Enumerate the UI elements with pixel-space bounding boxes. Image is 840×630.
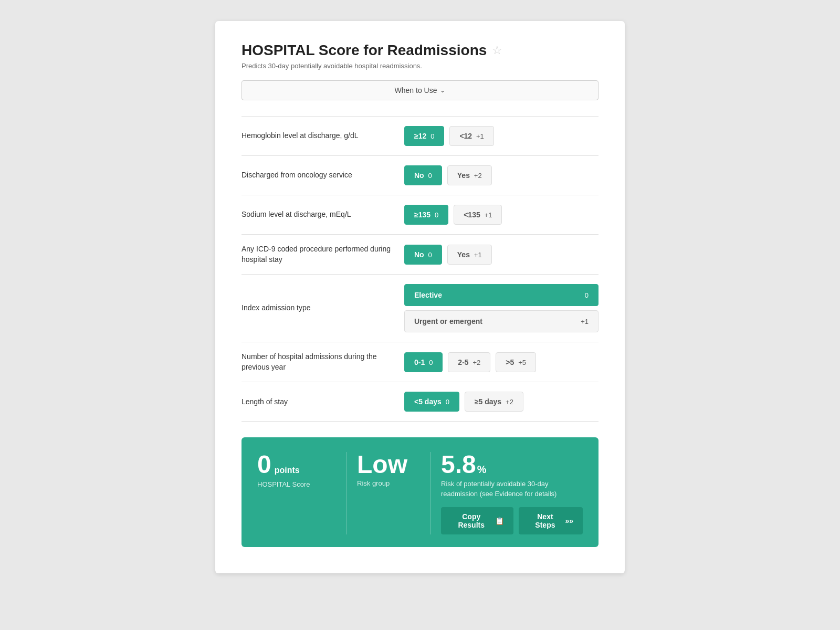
when-to-use-button[interactable]: When to Use ⌄: [242, 80, 598, 100]
admission-type-label: Index admission type: [242, 303, 394, 313]
next-steps-button[interactable]: Next Steps »»: [519, 507, 583, 534]
admission-type-row: Index admission type Elective 0 Urgent o…: [242, 275, 598, 342]
sodium-opt-0[interactable]: ≥135 0: [404, 205, 448, 225]
risk-group-label: Risk group: [357, 479, 419, 487]
oncology-opt-1-label: Yes: [457, 171, 470, 180]
admission-opt-1[interactable]: Urgent or emergent +1: [404, 310, 598, 332]
length-opt-0-score: 0: [446, 398, 449, 406]
sodium-opt-0-label: ≥135: [414, 211, 430, 219]
admission-opt-0[interactable]: Elective 0: [404, 284, 598, 306]
length-of-stay-label: Length of stay: [242, 397, 394, 407]
length-opt-1-score: +2: [506, 398, 513, 406]
admissions-opt-0-score: 0: [429, 359, 433, 366]
sodium-label: Sodium level at discharge, mEq/L: [242, 209, 394, 220]
page-title: HOSPITAL Score for Readmissions: [242, 42, 487, 59]
sodium-row: Sodium level at discharge, mEq/L ≥135 0 …: [242, 195, 598, 235]
procedure-opt-1-label: Yes: [457, 250, 470, 259]
next-steps-icon: »»: [565, 517, 573, 525]
admissions-opt-2-label: >5: [506, 358, 514, 366]
risk-pct-col: 5.8 % Risk of potentially avoidable 30-d…: [441, 452, 583, 534]
subtitle: Predicts 30-day potentially avoidable ho…: [242, 62, 598, 70]
procedure-label: Any ICD-9 coded procedure performed duri…: [242, 244, 394, 265]
hemoglobin-opt-0[interactable]: ≥12 0: [404, 126, 444, 146]
copy-results-button[interactable]: Copy Results 📋: [441, 507, 513, 534]
admission-opt-0-label: Elective: [414, 291, 442, 299]
main-card: HOSPITAL Score for Readmissions ☆ Predic…: [215, 21, 625, 573]
procedure-opt-0-score: 0: [428, 251, 432, 259]
admission-opt-1-label: Urgent or emergent: [414, 317, 482, 326]
length-opt-0-label: <5 days: [414, 397, 442, 406]
procedure-opt-0[interactable]: No 0: [404, 245, 442, 265]
copy-icon: 📋: [495, 517, 504, 525]
star-icon[interactable]: ☆: [492, 44, 502, 57]
admission-opt-0-score: 0: [585, 291, 589, 299]
oncology-opt-1-score: +2: [474, 172, 482, 180]
result-buttons: Copy Results 📋 Next Steps »»: [441, 507, 583, 534]
chevron-down-icon: ⌄: [440, 87, 445, 94]
oncology-options: No 0 Yes +2: [404, 165, 598, 185]
admissions-opt-2-score: +5: [518, 359, 526, 366]
procedure-row: Any ICD-9 coded procedure performed duri…: [242, 235, 598, 275]
risk-pct-unit: %: [477, 464, 487, 476]
admissions-opt-0-label: 0-1: [414, 358, 425, 366]
hemoglobin-opt-0-label: ≥12: [414, 132, 426, 140]
hemoglobin-row: Hemoglobin level at discharge, g/dL ≥12 …: [242, 117, 598, 156]
hemoglobin-options: ≥12 0 <12 +1: [404, 126, 598, 146]
procedure-options: No 0 Yes +1: [404, 245, 598, 265]
admissions-opt-1-label: 2-5: [458, 358, 468, 366]
admissions-opt-1[interactable]: 2-5 +2: [448, 352, 490, 372]
admissions-row: Number of hospital admissions during the…: [242, 342, 598, 382]
risk-pct-desc: Risk of potentially avoidable 30-day rea…: [441, 479, 583, 498]
risk-group-col: Low Risk group: [357, 452, 430, 534]
oncology-label: Discharged from oncology service: [242, 170, 394, 181]
score-col: 0 points HOSPITAL Score: [257, 452, 346, 534]
admission-type-options: Elective 0 Urgent or emergent +1: [404, 284, 598, 332]
procedure-opt-1-score: +1: [474, 251, 482, 259]
hemoglobin-opt-0-score: 0: [430, 132, 434, 140]
oncology-opt-0-label: No: [414, 171, 424, 180]
when-to-use-label: When to Use: [395, 86, 437, 94]
procedure-opt-0-label: No: [414, 250, 424, 259]
admission-opt-1-score: +1: [581, 318, 589, 326]
title-row: HOSPITAL Score for Readmissions ☆: [242, 42, 598, 59]
oncology-row: Discharged from oncology service No 0 Ye…: [242, 156, 598, 195]
oncology-opt-1[interactable]: Yes +2: [447, 165, 492, 185]
sodium-options: ≥135 0 <135 +1: [404, 205, 598, 225]
score-value: 0: [257, 452, 271, 477]
admissions-opt-2[interactable]: >5 +5: [496, 352, 536, 372]
hemoglobin-opt-1[interactable]: <12 +1: [449, 126, 494, 146]
admissions-opt-1-score: +2: [472, 359, 480, 366]
risk-pct-row: 5.8 %: [441, 452, 583, 477]
sodium-opt-1[interactable]: <135 +1: [454, 205, 502, 225]
length-opt-1[interactable]: ≥5 days +2: [465, 392, 523, 412]
oncology-opt-0[interactable]: No 0: [404, 165, 442, 185]
admissions-label: Number of hospital admissions during the…: [242, 352, 394, 372]
procedure-opt-1[interactable]: Yes +1: [447, 245, 492, 265]
risk-pct-value: 5.8: [441, 452, 476, 477]
risk-group-value: Low: [357, 452, 419, 477]
admissions-options: 0-1 0 2-5 +2 >5 +5: [404, 352, 598, 372]
hemoglobin-label: Hemoglobin level at discharge, g/dL: [242, 131, 394, 141]
length-of-stay-row: Length of stay <5 days 0 ≥5 days +2: [242, 382, 598, 422]
sodium-opt-0-score: 0: [435, 211, 438, 219]
sodium-opt-1-score: +1: [485, 211, 492, 219]
sodium-opt-1-label: <135: [464, 211, 480, 219]
hemoglobin-opt-1-label: <12: [459, 132, 472, 140]
hemoglobin-opt-1-score: +1: [476, 132, 484, 140]
score-points-label: points: [275, 466, 300, 475]
score-sub: HOSPITAL Score: [257, 480, 335, 488]
copy-results-label: Copy Results: [450, 512, 492, 529]
admissions-opt-0[interactable]: 0-1 0: [404, 352, 443, 372]
next-steps-label: Next Steps: [528, 512, 562, 529]
results-section: 0 points HOSPITAL Score Low Risk group 5…: [242, 437, 598, 547]
points-row: 0 points: [257, 452, 335, 478]
length-opt-1-label: ≥5 days: [475, 397, 501, 406]
length-of-stay-options: <5 days 0 ≥5 days +2: [404, 392, 598, 412]
oncology-opt-0-score: 0: [428, 172, 432, 180]
length-opt-0[interactable]: <5 days 0: [404, 392, 459, 412]
